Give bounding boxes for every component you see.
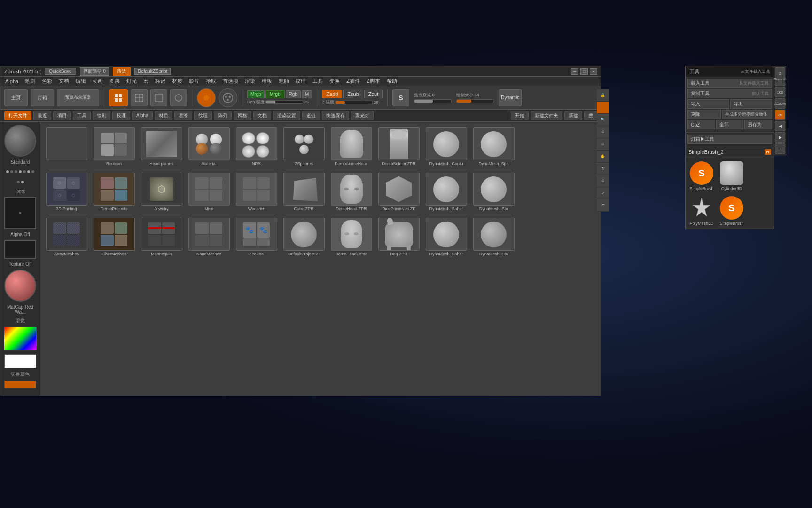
m-badge[interactable]: M [302, 90, 312, 98]
browser-item-nanomesh[interactable]: NanoMeshes [187, 216, 231, 258]
browser-item-boolean[interactable]: Boolean [92, 126, 136, 168]
menu-animation[interactable]: 动画 [90, 77, 106, 86]
menu-render[interactable]: 渲染 [242, 77, 258, 86]
menu-tool[interactable]: 工具 [310, 77, 326, 86]
tool-tab-btn[interactable]: 工具 [73, 111, 91, 120]
menu-material[interactable]: 材质 [169, 77, 185, 86]
zbrush2d-icon[interactable]: 2D [775, 110, 785, 120]
spray-btn[interactable]: 喷漆 [174, 111, 192, 120]
minimize-btn[interactable]: ─ [571, 68, 578, 75]
copy-tool-btn[interactable]: 复制工具 默认工具 [687, 89, 772, 98]
tool-cylinder3d[interactable]: Cylinder3D [718, 159, 746, 192]
zsub-btn[interactable]: Zsub [343, 90, 363, 98]
maximize-btn[interactable]: □ [580, 68, 588, 75]
browser-item-dynamesh1[interactable]: DynaMesh_Captu [424, 126, 468, 168]
scale-mode-btn[interactable] [150, 89, 167, 106]
menu-zplugin[interactable]: Z插件 [344, 77, 363, 86]
browser-item-dynamesh3[interactable]: DynaMesh_Spher [424, 171, 468, 213]
lightbox-btn[interactable]: 灯箱 [31, 89, 54, 106]
export2-btn[interactable]: 导出 [730, 99, 772, 109]
browser-item-arraymesh[interactable]: ArrayMeshes [44, 216, 89, 258]
mrgb-badge[interactable]: Mrgb [247, 90, 265, 98]
browser-item-blank[interactable] [44, 126, 89, 168]
browser-item-demoproj[interactable]: DemoProjects [92, 171, 136, 213]
arrow-left-icon[interactable]: ◀ [775, 121, 785, 131]
generate-btn[interactable]: 生成多分辨率细分物体 [722, 110, 772, 119]
menu-layer[interactable]: 图层 [107, 77, 123, 86]
ls-rotate-icon[interactable]: ↻ [597, 163, 609, 175]
calibrate-btn[interactable]: 校理 [112, 111, 130, 120]
menu-marker[interactable]: 标记 [152, 77, 168, 86]
draw-mode-btn[interactable] [109, 89, 128, 106]
default-zscript[interactable]: DefaultZScript [134, 68, 171, 75]
browser-item-zspheres[interactable]: ZSpheres [281, 126, 326, 168]
texture-thumb[interactable] [4, 240, 36, 259]
dots-icon[interactable]: ··· [775, 143, 785, 154]
100pct-icon[interactable]: 100 [775, 87, 785, 97]
chain-btn[interactable]: 道链 [302, 111, 320, 120]
browser-item-demosoldier[interactable]: DemoSoldier.ZPR [376, 126, 421, 168]
interface-transparent[interactable]: 界面透明 0 [80, 67, 109, 76]
zadd-btn[interactable]: Zadd [322, 90, 342, 98]
spotlight-btn[interactable]: 聚光灯 [351, 111, 374, 120]
browser-item-dog[interactable]: Dog.ZPR [376, 216, 421, 258]
browser-item-dynamesh2[interactable]: DynaMesh_Sph [471, 126, 516, 168]
new-btn[interactable]: 新建 [564, 111, 582, 120]
browser-item-material[interactable]: Material [187, 126, 231, 168]
z-strength-slider[interactable] [335, 101, 373, 104]
menu-texture[interactable]: 纹理 [293, 77, 309, 86]
texture-tab-btn[interactable]: 纹理 [194, 111, 212, 120]
browser-item-npr[interactable]: NPR [234, 126, 279, 168]
symmetry-btn[interactable]: S [392, 89, 409, 106]
ls-lock-icon[interactable]: 🔒 [597, 89, 609, 102]
another-as[interactable]: 从文件载入工具 [741, 69, 770, 75]
render-settings-btn[interactable]: 渲染设置 [273, 111, 300, 120]
browser-item-3dprint[interactable]: ⬡ ⬡ ⬡ ⬡ 3D Printing [44, 171, 89, 213]
fore-back-color[interactable] [4, 381, 36, 388]
alpha-thumb[interactable]: ■ [4, 197, 36, 229]
ls-settings-icon[interactable]: ⚙ [597, 199, 609, 212]
top-right-quick-save[interactable]: QuickSave [45, 68, 76, 75]
lightbox-tool-btn[interactable]: 灯箱▶工具 [687, 135, 772, 144]
home-btn[interactable]: 主页 [4, 89, 28, 106]
stroke-icon-btn[interactable] [219, 88, 237, 107]
tool-simple-brush[interactable]: S SimpleBrush [687, 159, 716, 192]
menu-light[interactable]: 灯光 [124, 77, 140, 86]
move-mode-btn[interactable] [131, 89, 148, 106]
mrgb-value[interactable]: Mrgb [265, 90, 285, 98]
brush-icon-btn[interactable] [197, 88, 216, 107]
project-btn[interactable]: 项目 [53, 111, 71, 120]
color-picker[interactable] [4, 327, 37, 350]
menu-zscript[interactable]: Z脚本 [364, 77, 383, 86]
rgb-badge[interactable]: Rgb [286, 90, 301, 98]
new-folder-btn[interactable]: 新建文件夹 [531, 111, 562, 120]
arrow-right-icon[interactable]: ▶ [775, 132, 785, 143]
open-file-btn[interactable]: 打开文件 [4, 111, 31, 120]
browser-item-wacom[interactable]: Wacom+ [234, 171, 279, 213]
brush-tab-btn[interactable]: 笔刷 [93, 111, 110, 120]
mesh-btn[interactable]: 网格 [234, 111, 251, 120]
menu-template[interactable]: 模板 [259, 77, 275, 86]
ls-scale-icon[interactable]: ⤢ [597, 187, 609, 199]
matcap-thumb[interactable] [4, 270, 36, 302]
ls-move-icon[interactable]: ⊕ [597, 175, 609, 187]
recent-btn[interactable]: 最近 [33, 111, 51, 120]
menu-macro[interactable]: 宏 [141, 77, 151, 86]
goz-btn[interactable]: GoZ [687, 120, 715, 129]
ls-zoom-icon[interactable]: ⊕ [597, 126, 609, 138]
zcut-btn[interactable]: Zcut [364, 90, 383, 98]
browser-item-dynamesh4[interactable]: DynaMesh_Sto [471, 171, 516, 213]
browser-item-jewelry[interactable]: ⬡ Jewelry [139, 171, 184, 213]
menu-color[interactable]: 色彩 [39, 77, 55, 86]
array-btn[interactable]: 阵列 [214, 111, 232, 120]
menu-alpha[interactable]: Alpha [2, 78, 21, 85]
close-btn[interactable]: × [590, 68, 597, 75]
menu-pick[interactable]: 拾取 [203, 77, 219, 86]
ls-orange-btn[interactable] [597, 102, 609, 114]
menu-transform[interactable]: 变换 [327, 77, 343, 86]
rgb-strength-slider[interactable] [265, 100, 303, 104]
start-btn[interactable]: 开始 [511, 111, 529, 120]
ls-center-icon[interactable]: ⊞ [597, 138, 609, 151]
tool-polymesh3d[interactable]: PolyMesh3D [687, 194, 716, 227]
browser-item-headplanes[interactable]: Head planes [139, 126, 184, 168]
